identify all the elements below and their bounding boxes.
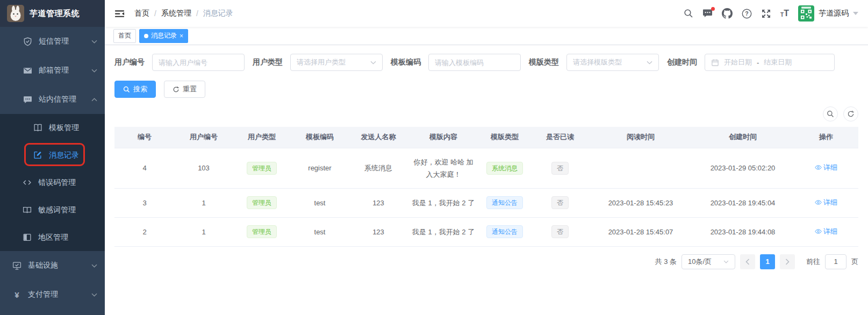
message-icon[interactable] xyxy=(702,9,713,18)
app-avatar xyxy=(7,5,24,22)
sidebar: 芋道管理系统 短信管理 邮箱管理 站内信管理 模板管理 消息记录 错误码管理 敏… xyxy=(0,0,105,315)
sidebar-item-mail[interactable]: 邮箱管理 xyxy=(0,56,105,85)
tab-message-record[interactable]: 消息记录 × xyxy=(139,29,188,43)
breadcrumb-home[interactable]: 首页 xyxy=(134,9,149,18)
read-status-tag: 否 xyxy=(551,162,569,175)
detail-link-label: 详细 xyxy=(823,196,837,209)
refresh-table-button[interactable] xyxy=(843,106,858,121)
cell-content: 你好，欢迎 哈哈 加入大家庭！ xyxy=(408,148,479,188)
select-placeholder: 请选择模版类型 xyxy=(573,58,622,67)
chevron-down-icon xyxy=(91,293,97,297)
layout-split-icon xyxy=(23,233,32,242)
reset-button-label: 重置 xyxy=(183,84,197,94)
user-type-tag: 管理员 xyxy=(247,196,277,209)
filter-user-id: 用户编号 xyxy=(114,54,245,71)
tab-label: 消息记录 xyxy=(151,31,177,40)
filter-create-time: 创建时间 开始日期 - 结束日期 xyxy=(667,54,835,71)
prev-page-button[interactable] xyxy=(740,254,755,269)
sidebar-item-infrastructure[interactable]: 基础设施 xyxy=(0,251,105,280)
goto-page-input[interactable] xyxy=(825,254,847,269)
chevron-down-icon xyxy=(370,61,376,65)
cell-user-type: 管理员 xyxy=(233,217,291,246)
template-code-input[interactable] xyxy=(435,59,514,67)
breadcrumb: 首页 / 系统管理 / 消息记录 xyxy=(134,9,233,18)
reset-button[interactable]: 重置 xyxy=(164,81,205,98)
filter-template-code: 模板编码 xyxy=(391,54,521,71)
page-number-1[interactable]: 1 xyxy=(760,254,775,269)
eye-icon xyxy=(815,164,822,171)
svg-text:?: ? xyxy=(745,10,748,17)
user-dropdown[interactable]: 芋道源码 xyxy=(798,5,858,22)
date-range-picker[interactable]: 开始日期 - 结束日期 xyxy=(705,54,835,71)
tab-close-icon[interactable]: × xyxy=(180,33,183,39)
chevron-down-icon xyxy=(723,260,729,263)
sidebar-item-message-record[interactable]: 消息记录 xyxy=(0,141,105,169)
detail-link[interactable]: 详细 xyxy=(815,225,837,238)
col-header-user-id: 用户编号 xyxy=(175,127,233,148)
app-logo[interactable]: 芋道管理系统 xyxy=(0,0,105,27)
search-icon xyxy=(123,86,130,93)
filter-label: 用户类型 xyxy=(253,58,283,67)
cell-template-code: register xyxy=(291,148,349,188)
sidebar-item-error-code[interactable]: 错误码管理 xyxy=(0,169,105,196)
cell-template-code: test xyxy=(291,217,349,246)
search-button[interactable]: 搜索 xyxy=(114,81,156,98)
fullscreen-icon[interactable] xyxy=(761,9,771,19)
active-tab-dot xyxy=(144,34,148,38)
sidebar-item-label: 支付管理 xyxy=(28,290,58,299)
chevron-right-icon xyxy=(785,259,790,265)
cell-user-type: 管理员 xyxy=(233,188,291,217)
sidebar-item-label: 短信管理 xyxy=(39,37,69,46)
sidebar-item-region-mgmt[interactable]: 地区管理 xyxy=(0,224,105,251)
sidebar-item-message-center[interactable]: 站内信管理 xyxy=(0,85,105,114)
chevron-down-icon xyxy=(647,61,652,65)
filter-label: 模版类型 xyxy=(529,58,559,67)
tab-home[interactable]: 首页 xyxy=(113,29,136,43)
detail-link[interactable]: 详细 xyxy=(815,161,837,174)
template-type-select[interactable]: 请选择模版类型 xyxy=(566,54,659,71)
breadcrumb-system-mgmt[interactable]: 系统管理 xyxy=(161,9,191,18)
detail-link[interactable]: 详细 xyxy=(815,196,837,209)
page-size-select[interactable]: 10条/页 xyxy=(682,254,735,269)
goto-label: 前往 xyxy=(806,257,820,267)
search-icon xyxy=(827,110,834,118)
cell-template-type: 系统消息 xyxy=(479,148,530,188)
page-content: 用户编号 用户类型 请选择用户类型 模板编码 模版类型 请选择模版类型 xyxy=(105,45,868,315)
message-record-table: 编号 用户编号 用户类型 模板编码 发送人名称 模版内容 模版类型 是否已读 阅… xyxy=(114,127,858,247)
toggle-search-button[interactable] xyxy=(823,106,838,121)
read-status-tag: 否 xyxy=(551,225,569,238)
breadcrumb-separator: / xyxy=(196,9,198,18)
date-end-placeholder: 结束日期 xyxy=(764,58,792,67)
user-id-input[interactable] xyxy=(159,59,238,67)
help-icon[interactable]: ? xyxy=(742,9,752,19)
sidebar-item-label: 模板管理 xyxy=(49,123,79,133)
next-page-button[interactable] xyxy=(780,254,795,269)
sidebar-item-sensitive-words[interactable]: 敏感词管理 xyxy=(0,196,105,224)
sidebar-item-payment[interactable]: ¥ 支付管理 xyxy=(0,280,105,309)
sidebar-submenu: 模板管理 消息记录 错误码管理 敏感词管理 地区管理 xyxy=(0,114,105,251)
cell-sender: 123 xyxy=(349,217,408,246)
eye-icon xyxy=(815,199,822,206)
cell-read: 否 xyxy=(530,217,590,246)
search-icon[interactable] xyxy=(684,9,693,18)
cell-read-time xyxy=(590,148,692,188)
detail-link-label: 详细 xyxy=(823,161,837,174)
sidebar-item-sms[interactable]: 短信管理 xyxy=(0,27,105,56)
date-separator: - xyxy=(757,59,759,67)
sidebar-item-template-mgmt[interactable]: 模板管理 xyxy=(0,114,105,141)
cell-id: 2 xyxy=(114,217,175,246)
sidebar-item-label: 敏感词管理 xyxy=(38,205,76,215)
cell-actions: 详细 xyxy=(794,148,858,188)
breadcrumb-separator: / xyxy=(154,9,156,18)
read-status-tag: 否 xyxy=(551,196,569,209)
filter-form: 用户编号 用户类型 请选择用户类型 模板编码 模版类型 请选择模版类型 xyxy=(114,54,858,71)
cell-read-time: 2023-01-28 15:45:23 xyxy=(590,188,692,217)
sidebar-item-label: 站内信管理 xyxy=(39,95,76,104)
user-type-select[interactable]: 请选择用户类型 xyxy=(290,54,383,71)
font-size-icon[interactable]: TT xyxy=(780,9,789,18)
sidebar-item-label: 地区管理 xyxy=(38,233,68,242)
cell-content: 我是 1，我开始 2 了 xyxy=(408,188,479,217)
sidebar-toggle-icon[interactable] xyxy=(114,9,125,19)
github-icon[interactable] xyxy=(722,8,733,19)
cell-create-time: 2023-01-29 05:02:20 xyxy=(692,148,794,188)
